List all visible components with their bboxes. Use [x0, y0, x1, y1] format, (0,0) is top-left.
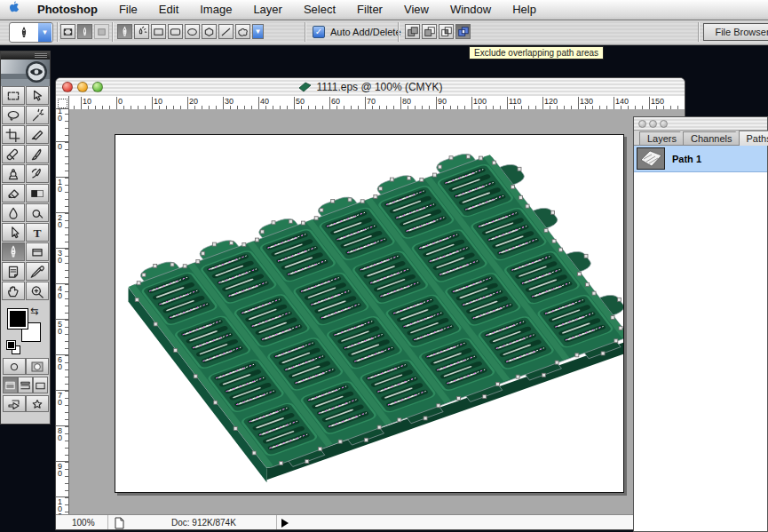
- tool-pen-icon[interactable]: [2, 242, 25, 261]
- tool-type-icon[interactable]: T: [26, 223, 49, 242]
- palette-tab-paths[interactable]: Paths: [739, 131, 768, 146]
- tool-blur-icon[interactable]: [2, 203, 25, 222]
- path-list-item[interactable]: Path 1: [634, 146, 767, 172]
- line-tool-button[interactable]: [218, 24, 234, 39]
- doc-size-icon[interactable]: [115, 517, 124, 529]
- h-ruler-label: 130: [580, 97, 593, 106]
- toolbox-titlebar[interactable]: [1, 52, 50, 60]
- tool-healing-brush-icon[interactable]: [2, 145, 25, 163]
- tool-rect-marquee-icon[interactable]: [2, 86, 25, 105]
- tool-hand-icon[interactable]: [2, 282, 25, 300]
- pallet-photo-with-path[interactable]: [115, 135, 623, 492]
- ctl-standard-screen-icon[interactable]: [3, 377, 18, 393]
- vertical-ruler[interactable]: 1 001 02 03 04 05 06 07 08 09 01 0 0: [56, 109, 69, 514]
- tool-clone-stamp-icon[interactable]: [2, 164, 25, 183]
- exclude-path-area-button[interactable]: [455, 24, 471, 39]
- palette-tab-channels[interactable]: Channels: [683, 131, 741, 146]
- file-browser-button[interactable]: File Browser: [703, 23, 768, 41]
- screen-mode-row: [1, 377, 50, 393]
- apple-logo-icon[interactable]: [0, 1, 27, 19]
- tool-path-select-icon[interactable]: [2, 223, 25, 242]
- add-path-area-button[interactable]: [405, 24, 420, 39]
- tool-slice-icon[interactable]: [26, 125, 49, 144]
- ruler-origin-icon[interactable]: [56, 96, 69, 109]
- palette-tab-layers[interactable]: Layers: [639, 131, 686, 146]
- polygon-tool-button[interactable]: [202, 24, 217, 39]
- ctl-standard-mode-icon[interactable]: [3, 358, 26, 375]
- tool-grid: T: [1, 86, 50, 301]
- subtract-path-area-button[interactable]: [422, 24, 437, 39]
- v-ruler-label: 1 0: [58, 179, 62, 193]
- menu-item-edit[interactable]: Edit: [148, 0, 189, 20]
- pen-icon: [10, 23, 38, 42]
- shape-layers-button[interactable]: [60, 24, 75, 39]
- freeform-pen-tool-button[interactable]: [134, 24, 149, 39]
- menu-item-view[interactable]: View: [393, 0, 439, 20]
- swap-colors-icon[interactable]: ⇆: [30, 306, 38, 317]
- default-colors-icon[interactable]: [6, 340, 16, 350]
- menu-item-filter[interactable]: Filter: [346, 0, 393, 20]
- separator: [698, 22, 699, 42]
- ctl-imageready-icon[interactable]: [26, 395, 49, 412]
- menu-item-layer[interactable]: Layer: [242, 0, 293, 20]
- h-ruler-label: 90: [438, 97, 447, 106]
- tool-eyedropper-icon[interactable]: [26, 262, 49, 281]
- rectangle-tool-button[interactable]: [151, 24, 166, 39]
- custom-shape-tool-button[interactable]: [235, 24, 250, 39]
- tool-notes-icon[interactable]: [2, 262, 25, 281]
- palette-minimize-button[interactable]: [649, 120, 657, 128]
- checkbox-checked-icon[interactable]: ✓: [313, 26, 325, 38]
- menu-item-file[interactable]: File: [108, 0, 148, 20]
- tool-crop-icon[interactable]: [2, 125, 25, 144]
- doc-size-text: Doc: 912K/874K: [171, 518, 236, 528]
- h-ruler-label: 100: [473, 97, 487, 106]
- h-ruler-label: 10: [83, 97, 91, 106]
- palette-tabs: LayersChannelsPaths: [634, 131, 767, 146]
- chevron-down-icon[interactable]: ▼: [252, 24, 264, 39]
- h-ruler-label: 150: [651, 97, 664, 106]
- menu-item-window[interactable]: Window: [439, 0, 502, 20]
- h-ruler-label: 50: [296, 97, 305, 106]
- ellipse-tool-button[interactable]: [185, 24, 200, 39]
- paths-mode-button[interactable]: [77, 24, 92, 39]
- tool-eraser-icon[interactable]: [2, 184, 25, 202]
- ctl-fullscreen-menubar-icon[interactable]: [18, 377, 33, 393]
- tool-move-icon[interactable]: [26, 86, 49, 105]
- tool-history-brush-icon[interactable]: [26, 164, 49, 183]
- tool-preset-picker[interactable]: ▼: [9, 22, 53, 43]
- menu-item-photoshop[interactable]: Photoshop: [27, 0, 108, 20]
- menu-item-select[interactable]: Select: [293, 0, 346, 20]
- tool-gradient-icon[interactable]: [26, 184, 49, 202]
- rounded-rect-tool-button[interactable]: [168, 24, 183, 39]
- pen-tool-button[interactable]: [117, 24, 132, 39]
- palette-zoom-button[interactable]: [660, 120, 668, 128]
- foreground-color-swatch[interactable]: [7, 308, 28, 330]
- horizontal-ruler[interactable]: 1001020304050607080901001101201301401501…: [69, 96, 685, 110]
- document-window: 1111.eps @ 100% (CMYK) 10010203040506070…: [55, 77, 685, 530]
- menu-item-image[interactable]: Image: [189, 0, 242, 20]
- palette-titlebar[interactable]: [634, 117, 767, 131]
- palette-close-button[interactable]: [638, 120, 646, 128]
- document-titlebar[interactable]: 1111.eps @ 100% (CMYK): [56, 78, 685, 97]
- fill-pixels-button[interactable]: [94, 24, 109, 39]
- photoshop-banner-icon[interactable]: [1, 60, 50, 86]
- chevron-down-icon[interactable]: ▼: [38, 23, 51, 42]
- ctl-fullscreen-icon[interactable]: [33, 377, 48, 393]
- menu-item-help[interactable]: Help: [502, 0, 547, 20]
- tool-burn-icon[interactable]: [26, 203, 49, 222]
- status-popup-arrow-icon[interactable]: [281, 519, 289, 528]
- auto-add-delete-checkbox[interactable]: ✓ Auto Add/Delete: [313, 26, 401, 38]
- tool-brush-icon[interactable]: [26, 145, 49, 163]
- tool-zoom-icon[interactable]: [26, 282, 49, 300]
- canvas[interactable]: [115, 134, 624, 493]
- tool-lasso-icon[interactable]: [2, 106, 25, 124]
- ctl-quick-mask-icon[interactable]: [26, 358, 49, 375]
- ctl-jump-to-imageready-icon[interactable]: [3, 395, 26, 412]
- tool-magic-wand-icon[interactable]: [26, 106, 49, 124]
- path-name-label: Path 1: [672, 154, 701, 164]
- h-ruler-label: 0: [118, 97, 123, 106]
- intersect-path-area-button[interactable]: [439, 24, 454, 39]
- tool-shape-icon[interactable]: [26, 242, 49, 261]
- zoom-level-field[interactable]: 100%: [72, 518, 95, 528]
- separator: [305, 22, 305, 42]
